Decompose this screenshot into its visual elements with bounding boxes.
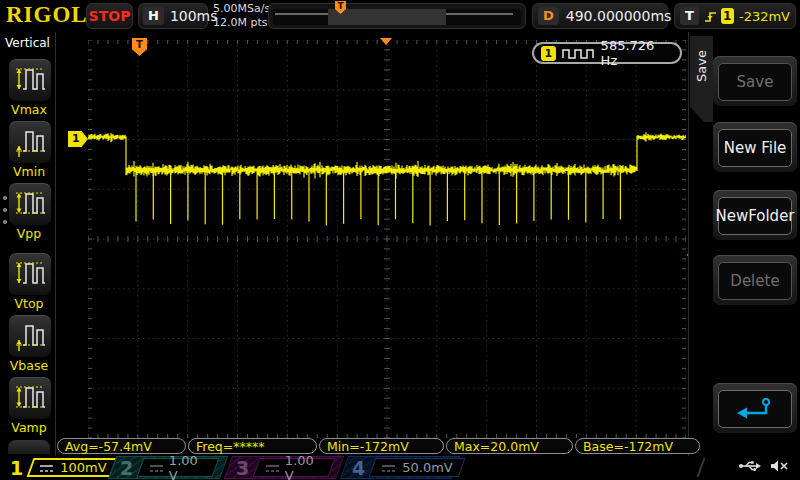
vamp-icon (12, 380, 48, 416)
return-arrow-icon (734, 396, 776, 422)
dc-coupling-icon (265, 463, 279, 473)
trigger-key: T (680, 7, 699, 25)
measure-button-vtop[interactable] (8, 252, 52, 296)
status-icons (738, 459, 790, 473)
softkey-menu: Save Save New File NewFolder Delete (688, 32, 800, 456)
new-folder-button[interactable]: NewFolder (718, 197, 792, 235)
softkey-slot: Delete (713, 255, 797, 305)
delete-button[interactable]: Delete (718, 262, 792, 300)
softkey-slot (713, 383, 797, 433)
measure-label-vpp: Vpp (0, 226, 58, 241)
measure-label-vmax: Vmax (0, 102, 58, 117)
measurement-avg: Avg=-57.4mV (57, 438, 186, 454)
channel-1-number: 1 (10, 457, 23, 479)
channel-4-status[interactable]: 4 50.0mV (344, 456, 456, 479)
channel-1-status[interactable]: 1 100mV (2, 456, 108, 479)
channel-2-scale-box: 1.00 V (140, 458, 216, 477)
sidebar-title: Vertical (0, 36, 55, 50)
vbase-icon (12, 318, 48, 354)
trigger-panel[interactable]: T 1 -232mV (674, 3, 796, 29)
channel-3-number: 3 (236, 457, 249, 479)
frequency-counter-badge: 1 585.726 Hz (532, 42, 682, 64)
channel-bar-divider (697, 458, 706, 477)
horizontal-offset-panel: D 490.000000ms (532, 3, 668, 29)
measurement-min: Min=-172mV (319, 438, 444, 454)
freq-counter-value: 585.726 Hz (601, 38, 673, 68)
measure-button-vmin[interactable] (8, 120, 52, 164)
softkey-slot: New File (713, 122, 797, 172)
timebase-key: H (143, 7, 164, 25)
channel-status-bar: 1 100mV 2 (0, 456, 800, 480)
rigol-logo: RIGOL (6, 2, 88, 28)
channel-2-scale: 1.00 V (169, 453, 207, 480)
speaker-muted-icon (770, 459, 790, 473)
channel-2-status[interactable]: 2 1.00 V (112, 456, 224, 479)
channel-3-scale: 1.00 V (285, 453, 323, 480)
channel-4-scale: 50.0mV (402, 460, 453, 475)
dc-coupling-icon (149, 463, 163, 473)
save-button[interactable]: Save (718, 63, 792, 101)
measure-button-vpp[interactable] (8, 182, 52, 226)
measurement-sidebar: Vertical VmaxVminVppVtopVbaseVamp (0, 32, 56, 480)
vtop-icon (12, 256, 48, 292)
softkey-slot: Save (713, 56, 797, 106)
waveform-display-area: 1 T T (56, 32, 688, 438)
trigger-channel-chip: 1 (721, 8, 734, 24)
offset-value: 490.000000ms (566, 8, 672, 24)
measure-label-vbase: Vbase (0, 358, 58, 373)
run-state-button[interactable]: STOP (86, 3, 133, 29)
acquisition-info: 5.00MSa/s 12.0M pts (213, 2, 270, 30)
channel-1-scale-box: 100mV (30, 458, 115, 477)
top-status-bar: RIGOL STOP H 100ms 5.00MSa/s 12.0M pts T… (0, 0, 800, 32)
measure-button-vamp[interactable] (8, 376, 52, 420)
vpp-icon (12, 186, 48, 222)
channel-4-scale-box: 50.0mV (372, 458, 462, 477)
measure-label-vtop: Vtop (0, 296, 58, 311)
sample-rate: 5.00MSa/s (213, 2, 270, 16)
back-button[interactable] (718, 390, 792, 428)
freq-channel-chip: 1 (541, 46, 556, 61)
dc-coupling-icon (39, 463, 54, 473)
channel-2-number: 2 (120, 457, 133, 479)
run-state-label: STOP (89, 8, 131, 24)
rising-edge-icon (704, 9, 716, 24)
waveform-preview-bar[interactable]: T (268, 3, 526, 29)
offset-key: D (538, 7, 559, 25)
vmax-icon (12, 62, 48, 98)
measure-label-vmin: Vmin (0, 164, 58, 179)
measure-button-vbase[interactable] (8, 314, 52, 358)
measurement-base: Base=-172mV (575, 438, 700, 454)
channel1-level-marker[interactable]: 1 (68, 131, 88, 147)
page-indicator-dots (3, 196, 7, 224)
measurement-results-bar: Avg=-57.4mV Freq=***** Min=-172mV Max=20… (55, 438, 701, 455)
timebase-panel[interactable]: H 100ms (138, 3, 208, 29)
softkey-slot: NewFolder (713, 190, 797, 240)
sidebar-next-button-partial[interactable] (8, 440, 50, 454)
oscilloscope-screen: RIGOL STOP H 100ms 5.00MSa/s 12.0M pts T… (0, 0, 800, 480)
measurement-max: Max=20.0mV (446, 438, 573, 454)
dc-coupling-icon (381, 463, 396, 473)
menu-tab-label: Save (694, 50, 709, 82)
square-wave-icon (562, 47, 595, 60)
usb-icon (738, 459, 762, 473)
vmin-icon (12, 124, 48, 160)
channel-3-status[interactable]: 3 1.00 V (228, 456, 340, 479)
channel-1-scale: 100mV (60, 460, 106, 475)
channel-4-number: 4 (352, 457, 365, 479)
measure-button-vmax[interactable] (8, 58, 52, 102)
trigger-level-value: -232mV (739, 9, 790, 24)
memory-depth: 12.0M pts (213, 16, 270, 30)
menu-tab: Save (690, 36, 713, 122)
timebase-value: 100ms (170, 8, 218, 24)
channel-3-scale-box: 1.00 V (256, 458, 332, 477)
new-file-button[interactable]: New File (718, 129, 792, 167)
measure-label-vamp: Vamp (0, 420, 58, 435)
preview-track (273, 9, 521, 25)
graticule-grid (88, 40, 686, 438)
preview-window[interactable] (328, 9, 446, 25)
